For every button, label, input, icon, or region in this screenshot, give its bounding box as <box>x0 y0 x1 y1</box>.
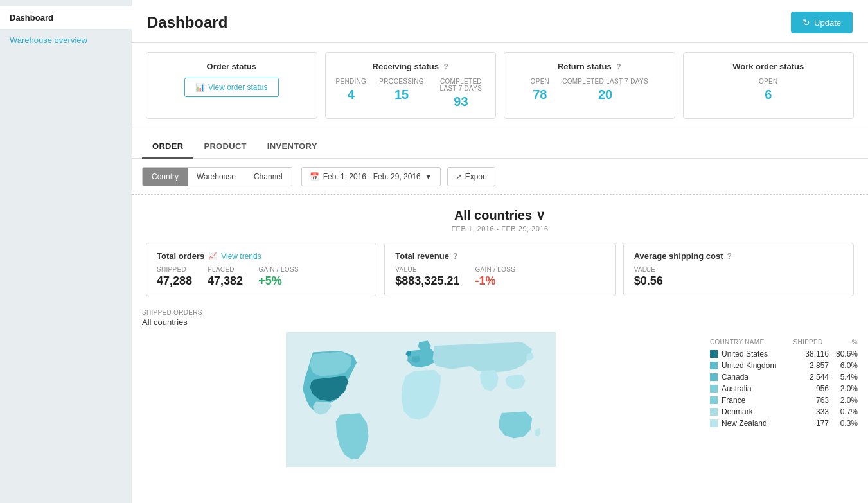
chevron-down-icon: ▼ <box>425 172 432 181</box>
receiving-status-cols: PENDING 4 PROCESSING 15 COMPLETED LAST 7… <box>336 78 486 109</box>
filter-group: Country Warehouse Channel <box>142 167 292 186</box>
list-item: New Zealand 177 0.3% <box>710 419 858 428</box>
avg-shipping-cols: VALUE $0.56 <box>634 266 843 288</box>
gain-loss-col: GAIN / LOSS +5% <box>258 266 299 288</box>
countries-title[interactable]: All countries ∨ <box>454 207 545 223</box>
return-status-cols: OPEN 78 COMPLETED LAST 7 DAYS 20 <box>515 78 664 102</box>
return-completed-col: COMPLETED LAST 7 DAYS 20 <box>562 78 648 102</box>
swatch-nz <box>710 419 718 427</box>
update-button[interactable]: ↻ Update <box>791 12 853 33</box>
map-section-label: SHIPPED ORDERS <box>142 309 858 316</box>
countries-header: All countries ∨ FEB 1, 2016 - FEB 29, 20… <box>132 195 868 236</box>
list-item: Denmark 333 0.7% <box>710 407 858 416</box>
receiving-status-title: Receiving status ? <box>336 62 486 71</box>
return-open-col: OPEN 78 <box>531 78 550 102</box>
metric-cards-row: Total orders 📈 View trends SHIPPED 47,28… <box>132 236 868 303</box>
return-help-icon: ? <box>616 62 621 71</box>
filter-country-button[interactable]: Country <box>143 168 188 186</box>
return-status-card: Return status ? OPEN 78 COMPLETED LAST 7… <box>504 52 675 119</box>
countries-subtitle: FEB 1, 2016 - FEB 29, 2016 <box>132 225 868 233</box>
refresh-icon: ↻ <box>802 17 810 28</box>
main-tabs: ORDER PRODUCT INVENTORY <box>132 135 868 159</box>
main-content: Dashboard ↻ Update Order status 📊 View o… <box>132 0 868 503</box>
total-orders-cols: SHIPPED 47,288 PLACED 47,382 GAIN / LOSS… <box>157 266 366 288</box>
sidebar: Dashboard Warehouse overview <box>0 0 132 503</box>
total-revenue-cols: VALUE $883,325.21 GAIN / LOSS -1% <box>395 266 604 288</box>
world-map-svg <box>142 332 700 467</box>
list-item: United Kingdom 2,857 6.0% <box>710 361 858 370</box>
date-range-button[interactable]: 📅 Feb. 1, 2016 - Feb. 29, 2016 ▼ <box>301 167 441 186</box>
total-orders-title: Total orders 📈 View trends <box>157 251 366 261</box>
avg-shipping-cost-card: Average shipping cost ? VALUE $0.56 <box>623 243 854 296</box>
shipped-col: SHIPPED 47,288 <box>157 266 192 288</box>
world-map <box>142 332 700 469</box>
calendar-icon: 📅 <box>310 172 319 181</box>
list-item: United States 38,116 80.6% <box>710 349 858 358</box>
revenue-gain-loss-col: GAIN / LOSS -1% <box>475 266 515 288</box>
filter-channel-button[interactable]: Channel <box>245 168 292 186</box>
avg-shipping-title: Average shipping cost ? <box>634 251 843 261</box>
sidebar-item-dashboard[interactable]: Dashboard <box>0 6 132 29</box>
swatch-ca <box>710 373 718 381</box>
chart-icon: 📊 <box>195 83 205 92</box>
receiving-completed-col: COMPLETED LAST 7 DAYS 93 <box>437 78 485 109</box>
map-legend-header: COUNTRY NAME SHIPPED % <box>710 339 858 346</box>
main-header: Dashboard ↻ Update <box>132 0 868 43</box>
map-legend: COUNTRY NAME SHIPPED % United States 38,… <box>710 332 858 469</box>
swatch-dk <box>710 408 718 416</box>
placed-col: PLACED 47,382 <box>208 266 243 288</box>
total-revenue-title: Total revenue ? <box>395 251 604 261</box>
chart-icon: 📈 <box>208 252 217 260</box>
receiving-help-icon: ? <box>444 62 448 71</box>
order-status-title: Order status <box>157 62 306 71</box>
return-status-title: Return status ? <box>515 62 664 71</box>
list-item: Australia 956 2.0% <box>710 384 858 393</box>
tab-product[interactable]: PRODUCT <box>193 135 256 159</box>
tab-inventory[interactable]: INVENTORY <box>257 135 328 159</box>
shipping-help-icon: ? <box>727 252 732 261</box>
export-button[interactable]: ↗ Export <box>447 167 496 186</box>
order-status-card: Order status 📊 View order status <box>146 52 317 119</box>
total-revenue-card: Total revenue ? VALUE $883,325.21 GAIN /… <box>384 243 615 296</box>
map-container: COUNTRY NAME SHIPPED % United States 38,… <box>142 332 858 469</box>
revenue-value-col: VALUE $883,325.21 <box>395 266 459 288</box>
work-order-open-col: OPEN 6 <box>759 78 778 102</box>
tab-order[interactable]: ORDER <box>142 135 193 159</box>
filter-row: Country Warehouse Channel 📅 Feb. 1, 2016… <box>132 159 868 195</box>
view-trends-link[interactable]: View trends <box>221 252 261 261</box>
work-order-status-cols: OPEN 6 <box>694 78 844 102</box>
swatch-au <box>710 385 718 393</box>
list-item: France 763 2.0% <box>710 396 858 405</box>
list-item: Canada 2,544 5.4% <box>710 373 858 382</box>
work-order-status-title: Work order status <box>694 62 844 71</box>
receiving-pending-col: PENDING 4 <box>336 78 367 109</box>
total-orders-card: Total orders 📈 View trends SHIPPED 47,28… <box>146 243 376 296</box>
work-order-status-card: Work order status OPEN 6 <box>683 52 855 119</box>
receiving-processing-col: PROCESSING 15 <box>379 78 424 109</box>
filter-warehouse-button[interactable]: Warehouse <box>188 168 245 186</box>
receiving-status-card: Receiving status ? PENDING 4 PROCESSING … <box>325 52 497 119</box>
swatch-fr <box>710 396 718 404</box>
status-cards-row: Order status 📊 View order status Receivi… <box>132 43 868 128</box>
view-order-status-button[interactable]: 📊 View order status <box>184 78 279 97</box>
swatch-uk <box>710 362 718 369</box>
page-title: Dashboard <box>147 13 227 31</box>
map-section-title: All countries <box>142 317 858 327</box>
shipping-value-col: VALUE $0.56 <box>634 266 663 288</box>
swatch-us <box>710 350 718 358</box>
map-section: SHIPPED ORDERS All countries <box>132 303 868 469</box>
export-icon: ↗ <box>456 172 462 181</box>
sidebar-item-warehouse-overview[interactable]: Warehouse overview <box>0 29 132 51</box>
revenue-help-icon: ? <box>453 252 457 261</box>
chevron-down-icon: ∨ <box>536 207 545 223</box>
